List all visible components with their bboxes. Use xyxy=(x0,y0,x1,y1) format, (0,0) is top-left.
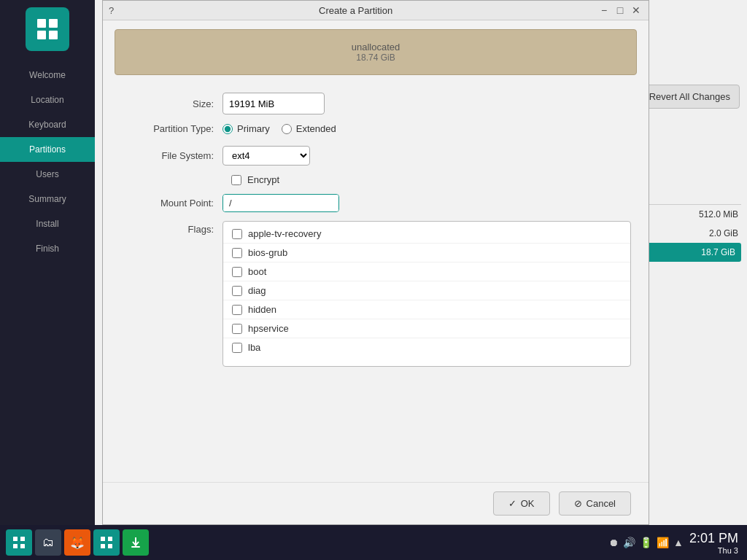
taskbar-left: 🗂 🦊 xyxy=(0,529,155,556)
window-controls: − □ ✕ xyxy=(597,4,643,17)
list-item: diag xyxy=(223,281,630,300)
flag-boot-checkbox[interactable] xyxy=(232,267,242,277)
file-system-label: File System: xyxy=(120,150,222,161)
svg-rect-12 xyxy=(131,546,140,548)
check-icon: ✓ xyxy=(508,498,516,509)
tray-icon-4[interactable]: 📶 xyxy=(657,537,669,548)
list-item: apple-tv-recovery xyxy=(223,225,630,244)
sidebar-item-install[interactable]: Install xyxy=(0,211,95,236)
flags-list[interactable]: apple-tv-recovery bios-grub boot diag hi… xyxy=(222,221,631,367)
svg-rect-6 xyxy=(13,544,18,548)
size-control: ▲ ▼ xyxy=(222,93,631,114)
list-item: lba xyxy=(223,338,630,357)
tray-icon-5[interactable]: ▲ xyxy=(673,537,684,548)
flag-hidden-label: hidden xyxy=(248,304,276,315)
svg-rect-9 xyxy=(108,537,112,541)
mount-point-input[interactable] xyxy=(223,195,339,211)
cancel-button[interactable]: ⊘ Cancel xyxy=(559,491,631,516)
primary-radio[interactable] xyxy=(222,124,233,134)
sidebar-item-keyboard[interactable]: Keyboard xyxy=(0,112,95,137)
app-logo xyxy=(26,7,69,51)
clock-date: Thu 3 xyxy=(689,546,738,555)
extended-radio-label[interactable]: Extended xyxy=(282,123,336,134)
tray-icon-2[interactable]: 🔊 xyxy=(623,537,635,548)
primary-radio-label[interactable]: Primary xyxy=(222,123,270,134)
unallocated-label: unallocated xyxy=(127,42,624,52)
svg-rect-7 xyxy=(20,544,25,548)
flag-lba-label: lba xyxy=(248,342,260,353)
encrypt-row: Encrypt xyxy=(231,174,631,185)
flag-hpservice-checkbox[interactable] xyxy=(232,324,242,334)
svg-rect-5 xyxy=(20,537,25,541)
dialog-title: Create a Partition xyxy=(114,5,597,16)
taskbar-icon-installer[interactable] xyxy=(123,529,149,556)
flag-apple-tv-recovery-label: apple-tv-recovery xyxy=(248,228,321,239)
sidebar-item-summary[interactable]: Summary xyxy=(0,187,95,211)
taskbar-icon-app2[interactable] xyxy=(93,529,120,556)
svg-rect-0 xyxy=(37,19,46,28)
minimize-button[interactable]: − xyxy=(597,4,611,17)
dialog-footer: ✓ OK ⊘ Cancel xyxy=(103,482,649,524)
unallocated-size: 18.74 GiB xyxy=(127,52,624,63)
maximize-button[interactable]: □ xyxy=(614,4,627,17)
list-item: bios-grub xyxy=(223,244,630,262)
system-tray-icons: ⏺ 🔊 🔋 📶 ▲ xyxy=(608,537,684,548)
flag-hidden-checkbox[interactable] xyxy=(232,305,242,315)
partition-type-label: Partition Type: xyxy=(120,123,222,134)
size-row: Size: ▲ ▼ xyxy=(120,93,631,114)
svg-rect-11 xyxy=(108,544,112,548)
size-label: Size: xyxy=(120,98,222,109)
size-input[interactable] xyxy=(223,96,325,112)
taskbar-clock[interactable]: 2:01 PM Thu 3 xyxy=(689,531,738,555)
close-button[interactable]: ✕ xyxy=(630,4,643,17)
svg-rect-1 xyxy=(49,19,58,28)
mount-point-control: ▼ xyxy=(222,194,631,212)
revert-all-changes-button[interactable]: Revert All Changes xyxy=(640,85,740,109)
flag-bios-grub-checkbox[interactable] xyxy=(232,248,242,258)
size-input-wrapper: ▲ ▼ xyxy=(222,93,325,114)
sidebar-item-finish[interactable]: Finish xyxy=(0,236,95,261)
taskbar-icon-manjaro[interactable] xyxy=(6,529,32,556)
primary-label: Primary xyxy=(237,123,270,134)
extended-radio[interactable] xyxy=(282,124,292,134)
sidebar-item-location[interactable]: Location xyxy=(0,88,95,112)
partition-type-control: Primary Extended xyxy=(222,123,631,134)
flag-bios-grub-label: bios-grub xyxy=(248,247,287,258)
svg-rect-2 xyxy=(37,31,46,39)
flag-diag-checkbox[interactable] xyxy=(232,286,242,296)
sidebar: Welcome Location Keyboard Partitions Use… xyxy=(0,0,95,525)
encrypt-checkbox[interactable] xyxy=(231,175,241,185)
partition-type-row: Partition Type: Primary Extended xyxy=(120,123,631,134)
sidebar-item-partitions[interactable]: Partitions xyxy=(0,137,95,162)
file-system-select[interactable]: ext4 ext3 ext2 fat32 ntfs swap xyxy=(222,146,310,166)
list-item: hpservice xyxy=(223,319,630,338)
help-icon[interactable]: ? xyxy=(109,5,114,16)
flag-hpservice-label: hpservice xyxy=(248,323,289,334)
cancel-label: Cancel xyxy=(587,498,616,509)
flag-lba-checkbox[interactable] xyxy=(232,343,242,353)
ok-button[interactable]: ✓ OK xyxy=(493,491,550,516)
flag-apple-tv-recovery-checkbox[interactable] xyxy=(232,229,242,239)
unallocated-bar: unallocated 18.74 GiB xyxy=(115,29,637,75)
taskbar-right: ⏺ 🔊 🔋 📶 ▲ 2:01 PM Thu 3 xyxy=(600,531,747,555)
extended-label: Extended xyxy=(296,123,336,134)
tray-icon-3[interactable]: 🔋 xyxy=(640,537,652,548)
svg-rect-10 xyxy=(101,544,105,548)
svg-rect-3 xyxy=(49,31,58,39)
list-item: hidden xyxy=(223,300,630,319)
mount-point-row: Mount Point: ▼ xyxy=(120,194,631,212)
svg-rect-8 xyxy=(101,537,105,541)
encrypt-label[interactable]: Encrypt xyxy=(231,174,279,185)
file-system-row: File System: ext4 ext3 ext2 fat32 ntfs s… xyxy=(120,146,631,166)
sidebar-item-users[interactable]: Users xyxy=(0,162,95,187)
taskbar: 🗂 🦊 ⏺ 🔊 🔋 📶 ▲ 2 xyxy=(0,525,747,560)
list-item: boot xyxy=(223,262,630,281)
tray-icon-1[interactable]: ⏺ xyxy=(608,537,619,548)
file-system-control: ext4 ext3 ext2 fat32 ntfs swap xyxy=(222,146,631,166)
taskbar-icon-firefox[interactable]: 🦊 xyxy=(64,529,90,556)
flags-label: Flags: xyxy=(120,221,222,235)
sidebar-item-welcome[interactable]: Welcome xyxy=(0,63,95,88)
taskbar-icon-files[interactable]: 🗂 xyxy=(35,529,61,556)
svg-rect-4 xyxy=(13,537,18,541)
create-partition-dialog: ? Create a Partition − □ ✕ unallocated 1… xyxy=(102,0,649,525)
